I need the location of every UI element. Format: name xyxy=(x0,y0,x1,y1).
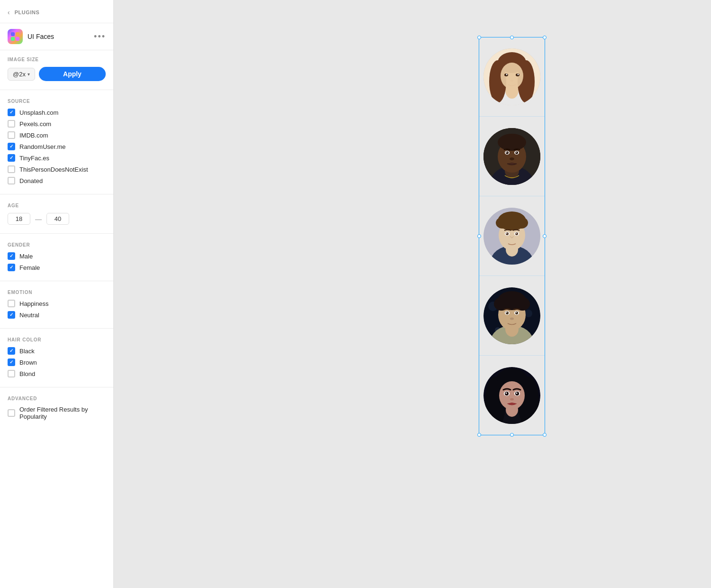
neutral-checkbox[interactable] xyxy=(8,311,15,319)
tinyfaces-label: TinyFac.es xyxy=(19,155,49,162)
more-options-button[interactable]: ••• xyxy=(94,32,106,41)
randomuser-label: RandomUser.me xyxy=(19,143,66,150)
avatar-cell-4 xyxy=(479,276,545,356)
main-canvas xyxy=(114,0,711,588)
svg-point-44 xyxy=(506,233,507,234)
source-unsplash: Unsplash.com xyxy=(8,109,106,116)
svg-point-61 xyxy=(516,312,517,313)
avatar-1 xyxy=(483,48,540,105)
popularity-checkbox[interactable] xyxy=(8,409,15,417)
avatar-5 xyxy=(483,367,540,424)
pexels-label: Pexels.com xyxy=(19,120,51,128)
svg-point-58 xyxy=(506,312,509,314)
face-svg-2 xyxy=(483,128,540,185)
source-randomuser: RandomUser.me xyxy=(8,143,106,150)
happiness-checkbox[interactable] xyxy=(8,300,15,307)
hair-brown: Brown xyxy=(8,358,106,366)
randomuser-checkbox[interactable] xyxy=(8,143,15,150)
sidebar: ‹ PLUGINS UI Faces ••• IMAGE SIZE @2x ▾ … xyxy=(0,0,114,588)
pexels-checkbox[interactable] xyxy=(8,120,15,128)
svg-point-39 xyxy=(515,217,528,229)
svg-point-14 xyxy=(501,63,523,89)
avatar-4 xyxy=(483,287,540,344)
emotion-section: EMOTION Happiness Neutral xyxy=(0,283,113,326)
gender-label: GENDER xyxy=(8,242,106,248)
svg-point-45 xyxy=(516,233,517,234)
face-svg-1 xyxy=(483,48,540,105)
image-size-row: @2x ▾ Apply xyxy=(8,67,106,81)
source-thisperson: ThisPersonDoesNotExist xyxy=(8,165,106,173)
source-label: SOURCE xyxy=(8,99,106,104)
apply-button[interactable]: Apply xyxy=(39,67,106,81)
canvas-content xyxy=(213,14,611,574)
hair-color-section: HAIR COLOR Black Brown Blond xyxy=(0,331,113,385)
donated-checkbox[interactable] xyxy=(8,177,15,184)
age-min-input[interactable] xyxy=(8,213,30,225)
female-checkbox[interactable] xyxy=(8,264,15,271)
age-dash: — xyxy=(35,215,42,223)
svg-point-43 xyxy=(515,232,518,235)
plugin-name: UI Faces xyxy=(27,33,89,40)
svg-point-78 xyxy=(510,398,514,400)
thisperson-label: ThisPersonDoesNotExist xyxy=(19,166,88,173)
image-size-section: IMAGE SIZE @2x ▾ Apply xyxy=(0,50,113,88)
emotion-happiness: Happiness xyxy=(8,300,106,307)
male-label: Male xyxy=(19,253,33,260)
hair-blond-checkbox[interactable] xyxy=(8,370,15,377)
svg-point-42 xyxy=(506,232,509,235)
popularity-label: Order Filtered Results by Popularity xyxy=(19,406,106,420)
svg-rect-1 xyxy=(16,32,19,36)
age-max-input[interactable] xyxy=(46,213,69,225)
svg-point-30 xyxy=(506,152,507,153)
svg-point-71 xyxy=(499,381,525,410)
face-svg-3 xyxy=(483,208,540,265)
source-pexels: Pexels.com xyxy=(8,120,106,128)
svg-rect-3 xyxy=(16,37,19,41)
avatar-cell-3 xyxy=(479,196,545,276)
age-section: AGE — xyxy=(0,196,113,231)
size-select[interactable]: @2x ▾ xyxy=(8,68,35,81)
thisperson-checkbox[interactable] xyxy=(8,165,15,173)
gender-section: GENDER Male Female xyxy=(0,236,113,279)
unsplash-checkbox[interactable] xyxy=(8,109,15,116)
male-checkbox[interactable] xyxy=(8,252,15,260)
back-arrow-icon[interactable]: ‹ xyxy=(8,9,10,16)
imdb-label: IMDB.com xyxy=(19,132,48,139)
avatar-cell-5 xyxy=(479,356,545,435)
donated-label: Donated xyxy=(19,177,43,184)
hair-brown-label: Brown xyxy=(19,359,37,366)
svg-point-62 xyxy=(510,317,514,320)
chevron-down-icon: ▾ xyxy=(27,72,30,77)
source-section: SOURCE Unsplash.com Pexels.com IMDB.com … xyxy=(0,92,113,192)
hair-blond-label: Blond xyxy=(19,370,35,377)
tinyfaces-checkbox[interactable] xyxy=(8,154,15,162)
svg-point-32 xyxy=(510,157,514,160)
source-tinyfaces: TinyFac.es xyxy=(8,154,106,162)
plugin-icon xyxy=(8,29,23,44)
avatar-cell-2 xyxy=(479,117,545,196)
imdb-checkbox[interactable] xyxy=(8,131,15,139)
avatar-3 xyxy=(483,208,540,265)
hair-blond: Blond xyxy=(8,370,106,377)
hair-brown-checkbox[interactable] xyxy=(8,358,15,366)
female-label: Female xyxy=(19,264,40,271)
svg-point-29 xyxy=(515,151,518,154)
neutral-label: Neutral xyxy=(19,312,39,319)
avatar-cell-1 xyxy=(479,37,545,117)
size-value: @2x xyxy=(13,71,26,78)
hair-black-checkbox[interactable] xyxy=(8,347,15,355)
avatar-2 xyxy=(483,128,540,185)
svg-point-76 xyxy=(506,392,507,394)
age-row: — xyxy=(8,213,106,225)
svg-point-60 xyxy=(506,312,507,313)
svg-point-59 xyxy=(515,312,518,314)
image-size-label: IMAGE SIZE xyxy=(8,57,106,62)
avatar-stack xyxy=(479,37,545,435)
svg-rect-2 xyxy=(11,37,15,41)
svg-point-31 xyxy=(516,152,517,153)
unsplash-label: Unsplash.com xyxy=(19,109,58,116)
svg-point-28 xyxy=(506,151,509,154)
hair-black-label: Black xyxy=(19,348,35,355)
svg-rect-0 xyxy=(11,32,15,36)
age-label: AGE xyxy=(8,203,106,208)
